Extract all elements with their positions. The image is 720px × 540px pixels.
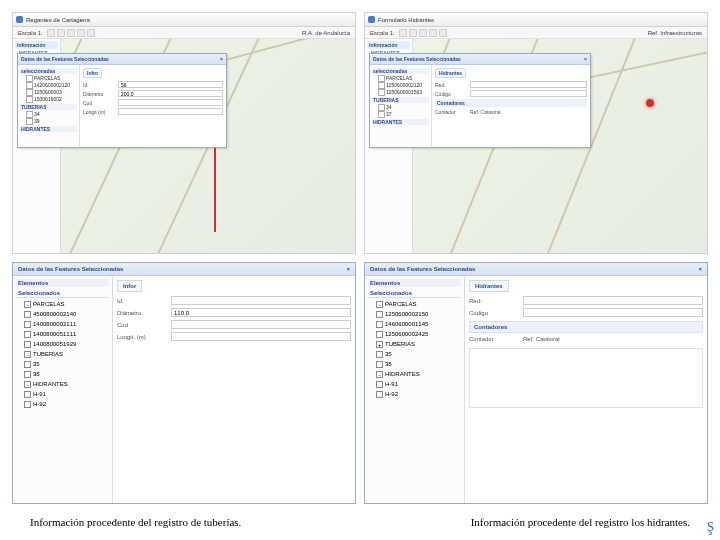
zoom-out-button[interactable] <box>409 29 417 37</box>
close-icon[interactable]: × <box>346 266 350 272</box>
window-titlebar: Formulario Hidrantes <box>365 13 707 27</box>
form-tab[interactable]: Infor <box>117 280 142 292</box>
tree-leaf[interactable]: 1400800002111 <box>16 319 109 329</box>
window-titlebar: Regantes de Cartagena <box>13 13 355 27</box>
context-label: R.A. de Andalucía <box>300 30 352 36</box>
tree-leaf[interactable]: 39 <box>20 118 77 125</box>
tree-leaf[interactable]: H-91 <box>368 379 461 389</box>
item-icon <box>376 321 383 328</box>
pan-button[interactable] <box>67 29 75 37</box>
pan-button[interactable] <box>419 29 427 37</box>
field-label: Código <box>435 91 467 97</box>
red-input[interactable] <box>470 81 587 88</box>
diameter-input[interactable]: 110.0 <box>171 308 351 317</box>
item-icon <box>24 331 31 338</box>
close-icon[interactable]: × <box>220 56 223 62</box>
info-button[interactable] <box>87 29 95 37</box>
tree-leaf[interactable]: PARCELAS <box>20 75 77 82</box>
tree-leaf[interactable]: 1400800051929 <box>16 339 109 349</box>
close-icon[interactable]: × <box>698 266 702 272</box>
caption-left: Información procedente del registro de t… <box>30 516 241 528</box>
empty-content-area <box>469 348 703 408</box>
tree-group[interactable]: -HIDRANTES <box>16 379 109 389</box>
toolbar: Escala 1: Ref. Infraestructuras <box>365 27 707 39</box>
feature-detail-hidrantes: Datos de las Features Seleccionadas × El… <box>364 262 708 504</box>
tree-leaf[interactable]: 1400800051111 <box>16 329 109 339</box>
tree-leaf[interactable]: 35 <box>368 349 461 359</box>
section-header: Contadores <box>469 321 703 333</box>
tree-group[interactable]: -HIDRANTES <box>368 369 461 379</box>
length-input[interactable] <box>118 108 223 115</box>
feature-form: Infor Id:56 Diámetro200.0 Cod Longit (m) <box>80 65 226 147</box>
code-input[interactable] <box>171 320 351 329</box>
codigo-input[interactable] <box>523 308 703 317</box>
id-input[interactable] <box>171 296 351 305</box>
form-tab[interactable]: Hidrantes <box>435 68 466 78</box>
tree-leaf[interactable]: H-91 <box>16 389 109 399</box>
tree-leaf[interactable]: PARCELAS <box>372 75 429 82</box>
diameter-input[interactable]: 200.0 <box>118 90 223 97</box>
form-tab[interactable]: Hidrantes <box>469 280 509 292</box>
field-label: Id: <box>83 82 115 88</box>
tree-leaf[interactable]: 38 <box>16 369 109 379</box>
zoom-in-button[interactable] <box>399 29 407 37</box>
tree-group[interactable]: -TUBERIAS <box>16 349 109 359</box>
collapse-icon[interactable]: - <box>24 381 31 388</box>
world-button[interactable] <box>439 29 447 37</box>
tree-group[interactable]: -PARCELAS <box>16 299 109 309</box>
item-icon <box>24 391 31 398</box>
tree-leaf[interactable]: 34 <box>20 111 77 118</box>
red-input[interactable] <box>523 296 703 305</box>
tree-leaf[interactable]: 1460600001145 <box>368 319 461 329</box>
field-label: Contador <box>469 336 519 342</box>
tree-leaf[interactable]: 37 <box>372 111 429 118</box>
form-tab[interactable]: Infor <box>83 68 102 78</box>
select-button[interactable] <box>77 29 85 37</box>
selected-hydrant <box>646 99 654 107</box>
tree-leaf[interactable]: 34 <box>372 104 429 111</box>
tree-group[interactable]: -PARCELAS <box>368 299 461 309</box>
field-label: Contador <box>435 109 467 115</box>
length-input[interactable] <box>171 332 351 341</box>
collapse-icon[interactable]: - <box>376 301 383 308</box>
tree-group[interactable]: HIDRANTES <box>20 126 77 132</box>
tree-group[interactable]: seleccionadas <box>372 68 429 74</box>
refresh-button[interactable] <box>429 29 437 37</box>
feature-form: Infor Id: Diámetro110.0 Cod Longit. (m) <box>113 276 355 503</box>
tree-group[interactable]: TUBERIAS <box>372 97 429 103</box>
zoom-out-button[interactable] <box>57 29 65 37</box>
tree-group[interactable]: TUBERIAS <box>20 104 77 110</box>
collapse-icon[interactable]: - <box>24 351 31 358</box>
tree-leaf[interactable]: H-92 <box>16 399 109 409</box>
tree-leaf[interactable]: 1420600002120 <box>20 82 77 89</box>
field-label: Longit (m) <box>83 109 115 115</box>
tree-group[interactable]: seleccionadas <box>20 68 77 74</box>
item-icon <box>24 361 31 368</box>
tree-leaf[interactable]: 1250600002425 <box>368 329 461 339</box>
collapse-icon[interactable]: - <box>24 301 31 308</box>
window-title: Formulario Hidrantes <box>378 17 434 23</box>
tree-leaf[interactable]: 1250600003 <box>20 89 77 96</box>
tree-leaf[interactable]: 1250600002150 <box>368 309 461 319</box>
close-icon[interactable]: × <box>584 56 587 62</box>
code-input[interactable] <box>118 99 223 106</box>
panel-title: Datos de las Features Seleccionadas <box>373 56 461 62</box>
scale-label: Escala 1: <box>16 30 45 36</box>
feature-detail-tuberias: Datos de las Features Seleccionadas × El… <box>12 262 356 504</box>
feature-info-panel: Datos de las Features Seleccionadas × se… <box>17 53 227 148</box>
tree-leaf[interactable]: 1250600001563 <box>372 89 429 96</box>
tree-leaf[interactable]: 4500800002140 <box>16 309 109 319</box>
tree-leaf[interactable]: H-92 <box>368 389 461 399</box>
expand-icon[interactable]: + <box>376 341 383 348</box>
tree-leaf[interactable]: 1500619002 <box>20 96 77 103</box>
id-input[interactable]: 56 <box>118 81 223 88</box>
collapse-icon[interactable]: - <box>376 371 383 378</box>
scale-label: Escala 1: <box>368 30 397 36</box>
tree-leaf[interactable]: 35 <box>16 359 109 369</box>
tree-leaf[interactable]: 38 <box>368 359 461 369</box>
tree-leaf[interactable]: 1250600002120 <box>372 82 429 89</box>
zoom-in-button[interactable] <box>47 29 55 37</box>
tree-group[interactable]: +TUBERIAS <box>368 339 461 349</box>
tree-group[interactable]: HIDRANTES <box>372 119 429 125</box>
codigo-input[interactable] <box>470 90 587 97</box>
